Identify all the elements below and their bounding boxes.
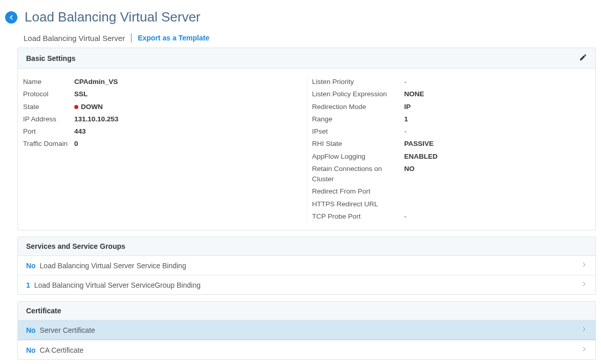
kv-row: RHI StatePASSIVE [312,138,591,150]
kv-value: - [404,77,407,87]
services-header: Services and Service Groups [18,237,595,256]
status-down-icon [74,105,78,109]
services-title: Services and Service Groups [26,242,125,250]
kv-label: Retain Connections on Cluster [312,164,404,185]
kv-row: Listen Policy ExpressionNONE [312,88,591,100]
certificate-header: Certificate [18,302,595,320]
kv-row: AppFlow LoggingENABLED [312,151,591,163]
export-template-link[interactable]: Export as a Template [138,34,209,42]
chevron-right-icon [581,326,587,334]
list-row-text: Load Balancing Virtual Server ServiceGro… [32,281,201,289]
kv-label: Protocol [23,89,74,99]
kv-row: IPset- [312,125,591,138]
list-row-text: Load Balancing Virtual Server Service Bi… [38,262,186,270]
kv-value: ENABLED [404,152,438,162]
kv-value: SSL [74,89,88,99]
kv-label: HTTPS Redirect URL [312,199,404,209]
kv-value: IP [404,102,411,112]
kv-value: 443 [74,126,86,137]
list-row-count: No [26,346,36,354]
list-row-text: CA Certificate [38,346,83,354]
pencil-icon [579,53,587,61]
services-panel: Services and Service Groups No Load Bala… [17,237,596,295]
list-row-count: 1 [26,281,30,289]
kv-value: PASSIVE [404,139,434,149]
kv-value: DOWN [74,102,103,112]
kv-value: CPAdmin_VS [74,77,118,87]
basic-settings-body: NameCPAdmin_VSProtocolSSLStateDOWNIP Add… [18,69,595,230]
certificate-row[interactable]: No Server Certificate [18,320,595,340]
kv-row: Retain Connections on ClusterNO [312,163,591,186]
basic-settings-panel: Basic Settings NameCPAdmin_VSProtocolSSL… [17,48,596,230]
kv-label: Port [23,126,74,137]
list-row-label: No Load Balancing Virtual Server Service… [26,262,186,270]
chevron-right-icon [581,346,587,354]
edit-button[interactable] [579,53,587,63]
kv-row: IP Address131.10.10.253 [23,113,302,125]
services-row[interactable]: No Load Balancing Virtual Server Service… [18,256,595,275]
kv-row: ProtocolSSL [23,88,302,100]
list-row-label: No Server Certificate [26,326,95,334]
kv-row: StateDOWN [23,101,302,113]
breadcrumb-text: Load Balancing Virtual Server [24,34,125,42]
list-row-text: Server Certificate [38,326,95,334]
chevron-right-icon [581,281,587,289]
list-row-label: 1 Load Balancing Virtual Server ServiceG… [26,281,201,289]
certificate-title: Certificate [26,307,61,315]
back-button[interactable] [5,11,17,24]
breadcrumb: Load Balancing Virtual Server Export as … [17,33,596,42]
kv-label: Redirect From Port [312,186,404,197]
kv-label: TCP Probe Port [312,211,404,222]
kv-label: State [23,102,74,112]
kv-row: TCP Probe Port- [312,210,591,223]
kv-label: Name [23,77,74,87]
kv-row: Redirect From Port [312,185,591,198]
kv-value: NO [404,164,415,185]
arrow-left-icon [8,14,15,21]
kv-label: Listen Policy Expression [312,89,404,99]
kv-label: IPset [312,126,404,137]
kv-label: AppFlow Logging [312,152,404,162]
kv-label: RHI State [312,139,404,149]
list-row-label: No CA Certificate [26,346,83,354]
kv-row: Range1 [312,113,591,125]
kv-value: 131.10.10.253 [74,114,118,124]
certificate-row[interactable]: No CA Certificate [18,340,595,359]
kv-row: Listen Priority- [312,76,591,88]
kv-row: Port443 [23,125,302,138]
list-row-count: No [26,326,36,334]
page-title: Load Balancing Virtual Server [25,9,201,25]
chevron-right-icon [581,261,587,270]
kv-value: - [404,211,407,222]
divider [131,33,132,42]
list-row-count: No [26,262,36,270]
certificate-panel: Certificate No Server CertificateNo CA C… [17,301,596,360]
kv-row: Traffic Domain0 [23,138,302,150]
kv-row: Redirection ModeIP [312,101,591,113]
kv-label: Traffic Domain [23,139,74,149]
kv-label: Listen Priority [312,77,404,87]
kv-row: HTTPS Redirect URL [312,198,591,210]
kv-label: IP Address [23,114,74,124]
basic-settings-title: Basic Settings [26,54,75,62]
kv-row: NameCPAdmin_VS [23,76,302,88]
kv-value: 1 [404,114,409,124]
kv-label: Range [312,114,404,124]
kv-value: 0 [74,139,78,149]
basic-settings-header: Basic Settings [18,48,595,69]
kv-value: - [404,126,407,137]
kv-label: Redirection Mode [312,102,404,112]
services-row[interactable]: 1 Load Balancing Virtual Server ServiceG… [18,275,595,294]
kv-value: NONE [404,89,424,99]
